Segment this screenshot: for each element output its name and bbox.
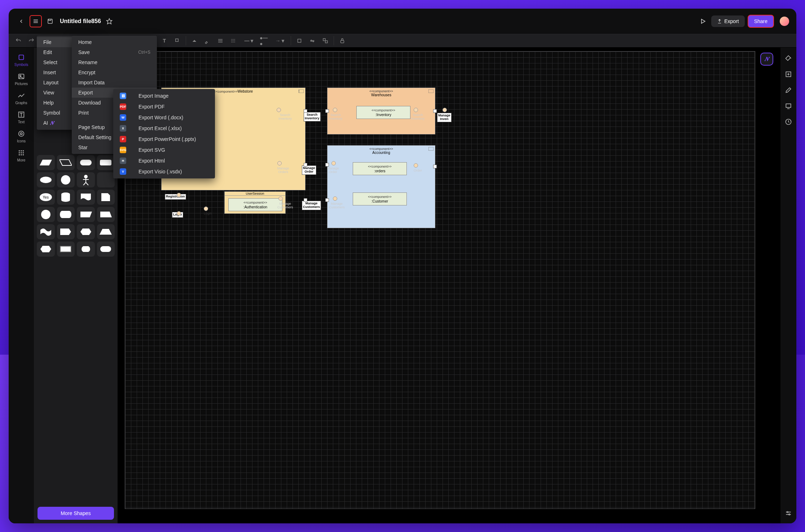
shape-ellipse[interactable] xyxy=(37,172,55,187)
shape-rounded[interactable] xyxy=(97,155,115,170)
svg-point-35 xyxy=(21,152,22,154)
undo-icon[interactable] xyxy=(14,36,23,45)
sidebar-item-icons[interactable]: Icons xyxy=(17,130,26,143)
shape-tool[interactable] xyxy=(173,36,182,45)
export-menu: 🖼Export ImagePDFExport PDFWExport Word (… xyxy=(113,89,215,178)
shape-actor[interactable] xyxy=(77,172,95,187)
export-menu-export-image[interactable]: 🖼Export Image xyxy=(113,90,215,101)
file-menu-home[interactable]: Home xyxy=(72,37,157,47)
sidebar-item-text[interactable]: Text xyxy=(17,111,25,124)
svg-line-50 xyxy=(86,182,88,185)
svg-rect-68 xyxy=(428,89,434,93)
svg-point-33 xyxy=(23,150,24,152)
svg-marker-40 xyxy=(40,160,52,165)
svg-point-39 xyxy=(23,154,24,156)
svg-rect-20 xyxy=(323,39,325,41)
fill-button[interactable] xyxy=(190,36,199,45)
export-menu-export-svg[interactable]: SVGExport SVG xyxy=(113,145,215,155)
shape-trap3[interactable] xyxy=(97,224,115,239)
svg-rect-23 xyxy=(19,55,24,60)
back-button[interactable] xyxy=(16,16,27,27)
svg-rect-66 xyxy=(299,90,299,91)
left-sidebar: Symbols Pictures Graphs Text Icons More xyxy=(9,48,34,355)
svg-rect-21 xyxy=(325,41,327,43)
svg-rect-69 xyxy=(428,147,434,151)
text-tool[interactable]: T xyxy=(160,36,169,45)
shape-capsule[interactable] xyxy=(77,155,95,170)
file-menu-import-data[interactable]: Import Data xyxy=(72,77,157,88)
svg-point-34 xyxy=(19,152,20,154)
export-menu-export-visio-vsdx-[interactable]: VExport Visio (.vsdx) xyxy=(113,166,215,177)
svg-rect-65 xyxy=(299,89,304,93)
save-icon[interactable] xyxy=(45,16,56,27)
svg-point-38 xyxy=(21,154,22,156)
shape-cylinder[interactable] xyxy=(57,190,75,205)
file-menu-encrypt[interactable]: Encrypt xyxy=(72,67,157,77)
svg-rect-22 xyxy=(340,40,344,43)
shape-flag[interactable] xyxy=(57,224,75,239)
svg-rect-12 xyxy=(176,39,179,42)
svg-marker-41 xyxy=(60,160,72,165)
sidebar-item-more[interactable]: More xyxy=(17,149,26,162)
sidebar-item-pictures[interactable]: Pictures xyxy=(15,72,28,86)
shape-parallelogram[interactable] xyxy=(37,155,55,170)
layer-button[interactable] xyxy=(295,36,304,45)
group-button[interactable] xyxy=(321,36,330,45)
svg-point-31 xyxy=(19,150,20,152)
svg-point-37 xyxy=(19,154,20,156)
svg-point-32 xyxy=(21,150,22,152)
sidebar-item-symbols[interactable]: Symbols xyxy=(14,53,28,67)
svg-marker-61 xyxy=(100,229,112,235)
border-dashed-button[interactable] xyxy=(229,36,238,45)
svg-point-54 xyxy=(41,210,50,219)
shape-wave[interactable] xyxy=(37,224,55,239)
shape-parallelogram-alt[interactable] xyxy=(57,155,75,170)
border-solid-button[interactable] xyxy=(216,36,225,45)
svg-point-46 xyxy=(84,175,88,178)
lock-button[interactable] xyxy=(338,36,347,45)
flip-button[interactable]: ⇋ xyxy=(308,36,317,45)
export-menu-export-word-docx-[interactable]: WExport Word (.docx) xyxy=(113,112,215,123)
export-menu-export-html[interactable]: HExport Html xyxy=(113,155,215,166)
line-style-button[interactable]: — ▾ xyxy=(242,36,256,45)
document-title[interactable]: Untitled file856 xyxy=(60,18,101,25)
svg-point-25 xyxy=(19,75,21,76)
shape-trap[interactable] xyxy=(77,207,95,222)
arrow-style-button[interactable]: → ▾ xyxy=(273,36,287,45)
export-menu-export-pdf[interactable]: PDFExport PDF xyxy=(113,101,215,112)
shape-yes[interactable]: Yes xyxy=(37,190,55,205)
sidebar-item-graphs[interactable]: Graphs xyxy=(16,92,27,105)
shape-circle[interactable] xyxy=(57,172,75,187)
export-menu-export-powerpoint-pptx-[interactable]: PExport PowerPoint (.pptx) xyxy=(113,134,215,145)
component-icon xyxy=(428,147,434,151)
svg-rect-64 xyxy=(100,246,111,252)
svg-point-45 xyxy=(61,175,70,185)
hamburger-menu-button[interactable] xyxy=(30,15,42,27)
highlight-button[interactable] xyxy=(203,36,212,45)
shape-cyl2[interactable] xyxy=(57,207,75,222)
line-caps-button[interactable]: ●—● xyxy=(260,36,269,45)
svg-line-49 xyxy=(83,182,86,185)
shape-hex[interactable] xyxy=(37,241,55,257)
svg-marker-59 xyxy=(100,212,112,217)
shape-pill[interactable] xyxy=(97,241,115,257)
redo-icon[interactable] xyxy=(27,36,36,45)
svg-point-53 xyxy=(61,198,70,202)
file-menu-save[interactable]: SaveCtrl+S xyxy=(72,47,157,57)
svg-marker-58 xyxy=(80,212,92,217)
shape-doc[interactable] xyxy=(77,190,95,205)
shape-trap2[interactable] xyxy=(97,207,115,222)
shape-stadium[interactable] xyxy=(77,241,95,257)
shape-empty[interactable] xyxy=(97,172,115,187)
export-menu-export-excel-xlsx-[interactable]: XExport Excel (.xlsx) xyxy=(113,123,215,134)
component-icon xyxy=(299,89,304,93)
svg-point-57 xyxy=(67,211,71,218)
star-icon[interactable] xyxy=(104,16,115,27)
svg-point-44 xyxy=(40,177,52,183)
file-menu-rename[interactable]: Rename xyxy=(72,57,157,67)
shape-hex-arrow[interactable] xyxy=(77,224,95,239)
shape-outline[interactable] xyxy=(57,241,75,257)
shape-note[interactable] xyxy=(97,190,115,205)
svg-point-36 xyxy=(23,152,24,154)
shape-circle2[interactable] xyxy=(37,207,55,222)
